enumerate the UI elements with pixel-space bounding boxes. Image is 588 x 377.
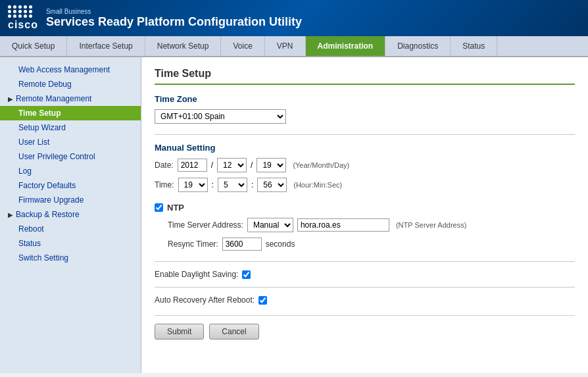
sidebar-item-remote-mgmt[interactable]: ▶ Remote Management bbox=[0, 91, 141, 106]
date-label: Date: bbox=[155, 161, 174, 170]
resync-label: Resync Timer: bbox=[168, 239, 218, 249]
tab-vpn[interactable]: VPN bbox=[265, 36, 306, 56]
ntp-server-input[interactable] bbox=[297, 218, 389, 232]
time-server-row: Time Server Address: Manual Auto (NTP Se… bbox=[168, 218, 575, 232]
time-server-label: Time Server Address: bbox=[168, 220, 243, 230]
resync-row: Resync Timer: seconds bbox=[168, 238, 575, 251]
content-area: Web Access Management Remote Debug ▶ Rem… bbox=[0, 57, 588, 373]
time-sep-1: : bbox=[212, 180, 214, 189]
header-text: Small Business Services Ready Platform C… bbox=[46, 8, 302, 29]
tab-network-setup[interactable]: Network Setup bbox=[145, 36, 222, 56]
tab-diagnostics[interactable]: Diagnostics bbox=[385, 36, 451, 56]
nav-bar: Quick Setup Interface Setup Network Setu… bbox=[0, 36, 588, 57]
daylight-checkbox[interactable] bbox=[242, 270, 251, 279]
manual-setting-section: Manual Setting Date: / 12 1234 5678 9101… bbox=[155, 143, 575, 192]
sidebar-item-time-setup[interactable]: Time Setup bbox=[0, 106, 141, 120]
ntp-section: NTP Time Server Address: Manual Auto (NT… bbox=[155, 203, 575, 251]
cancel-button[interactable]: Cancel bbox=[209, 324, 258, 339]
time-min-select[interactable]: 5 bbox=[218, 178, 247, 192]
sidebar: Web Access Management Remote Debug ▶ Rem… bbox=[0, 57, 141, 373]
expand-arrow-backup-icon: ▶ bbox=[8, 211, 13, 218]
tab-status[interactable]: Status bbox=[451, 36, 497, 56]
cisco-logo: cisco bbox=[8, 5, 38, 31]
page-title: Time Setup bbox=[155, 68, 575, 85]
button-bar: Submit Cancel bbox=[155, 315, 575, 339]
date-month-select[interactable]: 12 1234 5678 91011 bbox=[217, 158, 247, 172]
header-title: Services Ready Platform Configuration Ut… bbox=[46, 15, 302, 29]
sidebar-item-reboot[interactable]: Reboot bbox=[0, 222, 141, 236]
time-hint: (Hour:Min:Sec) bbox=[293, 181, 342, 189]
cisco-wordmark: cisco bbox=[8, 19, 38, 31]
section-divider-3 bbox=[155, 287, 575, 288]
time-label: Time: bbox=[155, 180, 174, 189]
auto-recovery-checkbox[interactable] bbox=[258, 296, 267, 305]
sidebar-item-factory-defaults[interactable]: Factory Defaults bbox=[0, 178, 141, 193]
expand-arrow-icon: ▶ bbox=[8, 95, 13, 103]
sidebar-item-user-list[interactable]: User List bbox=[0, 135, 141, 149]
manual-section-title: Manual Setting bbox=[155, 143, 575, 153]
auto-recovery-label: Auto Recovery After Reboot: bbox=[155, 295, 255, 305]
auto-recovery-row: Auto Recovery After Reboot: bbox=[155, 295, 575, 305]
sidebar-item-backup-restore[interactable]: ▶ Backup & Restore bbox=[0, 207, 141, 222]
resync-input[interactable] bbox=[222, 238, 262, 251]
date-sep-2: / bbox=[251, 161, 253, 170]
ntp-server-hint: (NTP Server Address) bbox=[396, 221, 466, 229]
sidebar-item-setup-wizard[interactable]: Setup Wizard bbox=[0, 120, 141, 135]
time-hour-select[interactable]: 19 bbox=[178, 178, 208, 192]
sidebar-item-switch-setting[interactable]: Switch Setting bbox=[0, 251, 141, 265]
daylight-row: Enable Daylight Saving: bbox=[155, 270, 575, 279]
section-divider-2 bbox=[155, 261, 575, 262]
time-sec-select[interactable]: 56 bbox=[257, 178, 287, 192]
date-row: Date: / 12 1234 5678 91011 / 19 (Year/Mo… bbox=[155, 158, 575, 172]
tab-administration[interactable]: Administration bbox=[306, 36, 386, 56]
date-hint: (Year/Month/Day) bbox=[293, 161, 349, 169]
sidebar-item-status[interactable]: Status bbox=[0, 236, 141, 251]
tab-voice[interactable]: Voice bbox=[221, 36, 264, 56]
sidebar-item-firmware-upgrade[interactable]: Firmware Upgrade bbox=[0, 193, 141, 207]
header-small-text: Small Business bbox=[46, 8, 302, 15]
date-year-input[interactable] bbox=[178, 159, 207, 172]
sidebar-item-web-access[interactable]: Web Access Management bbox=[0, 63, 141, 77]
ntp-label-text: NTP bbox=[167, 203, 184, 213]
timezone-row: GMT+01:00 Spain GMT+00:00 UTC GMT-05:00 … bbox=[155, 109, 575, 124]
sidebar-item-remote-debug[interactable]: Remote Debug bbox=[0, 77, 141, 91]
date-day-select[interactable]: 19 bbox=[257, 158, 286, 172]
timezone-section: Time Zone GMT+01:00 Spain GMT+00:00 UTC … bbox=[155, 94, 575, 124]
time-sep-2: : bbox=[251, 180, 253, 189]
sidebar-item-user-privilege[interactable]: User Privilege Control bbox=[0, 149, 141, 164]
tab-interface-setup[interactable]: Interface Setup bbox=[67, 36, 145, 56]
date-sep-1: / bbox=[211, 161, 213, 170]
time-row: Time: 19 : 5 : 56 (Hour:Min:Sec) bbox=[155, 178, 575, 192]
sidebar-item-log[interactable]: Log bbox=[0, 164, 141, 178]
main-content: Time Setup Time Zone GMT+01:00 Spain GMT… bbox=[141, 57, 588, 373]
ntp-checkbox[interactable] bbox=[155, 203, 163, 212]
time-server-mode-select[interactable]: Manual Auto bbox=[247, 218, 293, 232]
submit-button[interactable]: Submit bbox=[155, 324, 204, 339]
timezone-select[interactable]: GMT+01:00 Spain GMT+00:00 UTC GMT-05:00 … bbox=[155, 109, 286, 124]
daylight-label: Enable Daylight Saving: bbox=[155, 270, 238, 279]
header: cisco Small Business Services Ready Plat… bbox=[0, 0, 588, 36]
resync-unit: seconds bbox=[266, 239, 295, 249]
timezone-section-title: Time Zone bbox=[155, 94, 575, 104]
tab-quick-setup[interactable]: Quick Setup bbox=[0, 36, 67, 56]
ntp-label-row: NTP bbox=[155, 203, 575, 213]
section-divider-1 bbox=[155, 134, 575, 135]
